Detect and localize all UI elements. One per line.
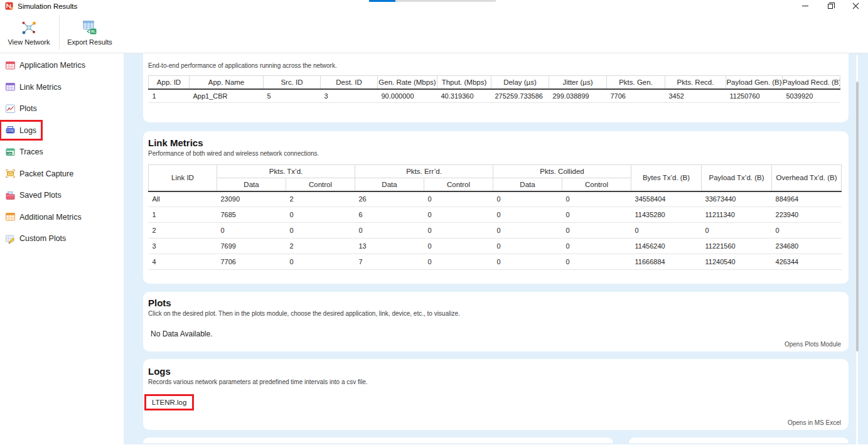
cell: 0 [562, 223, 631, 239]
cell-payload-gen: 11250760 [726, 89, 783, 103]
cell: 0 [631, 223, 702, 239]
cell: 234680 [772, 239, 842, 254]
link-header-groups-row: Link ID Pkts. Tx’d. Pkts. Err’d. Pkts. C… [149, 165, 842, 178]
cell: 13 [355, 239, 424, 254]
progress-fill [369, 0, 395, 2]
minimize-icon [802, 6, 808, 6]
scrollbar-thumb[interactable] [856, 82, 859, 351]
ltenr-log-link[interactable]: LTENR.log [144, 394, 194, 410]
sub-coll-data: Data [493, 178, 562, 191]
group-pkts-collided: Pkts. Collided [493, 165, 631, 178]
cell: 0 [424, 254, 493, 270]
cell: 2 [149, 223, 217, 239]
cell: 426344 [772, 254, 842, 270]
sidebar-item-saved-plots[interactable]: Saved Plots [0, 185, 124, 206]
col-thput: Thput. (Mbps) [437, 76, 491, 89]
col-jitter: Jitter (µs) [549, 76, 607, 89]
close-button[interactable] [843, 0, 868, 12]
cell: 0 [424, 239, 493, 254]
cell: 3 [149, 239, 217, 254]
window-title: Simulation Results [18, 3, 77, 10]
link-table-row[interactable]: 17685060001143528011211340223940 [149, 207, 842, 223]
app-table-row[interactable]: 1 App1_CBR 5 3 90.000000 40.319360 27525… [149, 89, 840, 103]
app-table-header-row: App. ID App. Name Src. ID Dest. ID Gen. … [149, 76, 840, 89]
sidebar-item-label: Traces [19, 147, 43, 156]
cell: 0 [217, 223, 286, 239]
cell-delay: 275259.733586 [491, 89, 549, 103]
sidebar-item-label: Custom Plots [19, 234, 66, 243]
col-app-id: App. ID [149, 76, 190, 89]
sidebar-item-custom-plots[interactable]: Custom Plots [0, 228, 124, 250]
sidebar-item-label: Packet Capture [19, 169, 73, 178]
cell: 0 [286, 254, 355, 270]
sidebar-item-link-metrics[interactable]: Link Metrics [0, 77, 124, 99]
cell-app-name: App1_CBR [190, 89, 264, 103]
plots-subtitle: Click on the desired plot. Then in the p… [143, 310, 849, 317]
col-payload-gen: Payload Gen. (B) [726, 76, 783, 89]
link-metrics-subtitle: Performance of both wired and wireless n… [143, 150, 849, 157]
logs-title: Logs [143, 366, 849, 377]
results-content: End-to-end performance of applications r… [124, 53, 868, 444]
cell-src-id: 5 [264, 89, 321, 103]
sub-coll-control: Control [562, 178, 631, 191]
toolbar: View Network XL Export Results [0, 12, 868, 53]
plots-footer-note: Opens Plots Module [785, 341, 841, 348]
cell: 0 [562, 254, 631, 270]
view-network-label: View Network [8, 38, 50, 46]
sidebar-item-packet-capture[interactable]: Packet Capture [0, 163, 124, 185]
col-gen-rate: Gen. Rate (Mbps) [378, 76, 437, 89]
sidebar-item-additional-metrics[interactable]: Additional Metrics [0, 206, 124, 228]
cell: 6 [355, 207, 424, 223]
table-purple-icon [5, 82, 16, 92]
sidebar-item-label: Application Metrics [19, 61, 85, 70]
link-table-row[interactable]: 2000000000 [149, 223, 842, 239]
view-network-button[interactable]: View Network [0, 13, 58, 51]
link-table-row[interactable]: 47706070001166688411240540426344 [149, 254, 842, 270]
sidebar-item-label: Logs [19, 126, 36, 135]
cell: 1 [149, 207, 217, 223]
col-link-id: Link ID [149, 165, 217, 191]
cell: 7699 [217, 239, 286, 254]
cell-pkts-recd: 3452 [665, 89, 726, 103]
folder-plots-icon [5, 190, 16, 201]
cell-gen-rate: 90.000000 [378, 89, 437, 103]
line-chart-icon [5, 104, 16, 114]
link-metrics-card: Link Metrics Performance of both wired a… [143, 131, 849, 284]
cell: 0 [702, 223, 772, 239]
sidebar-item-traces[interactable]: CSV Traces [0, 141, 124, 163]
logs-printer-icon: LOGS [5, 125, 16, 136]
sidebar-item-logs[interactable]: LOGS Logs [0, 120, 124, 142]
cell: 11456240 [631, 239, 702, 254]
sidebar-item-label: Link Metrics [19, 83, 62, 92]
cell: 0 [424, 191, 493, 207]
sub-errd-control: Control [424, 178, 493, 191]
cell: 7706 [217, 254, 286, 270]
sidebar-item-plots[interactable]: Plots [0, 98, 124, 120]
col-payload-txd: Payload Tx’d. (B) [702, 165, 772, 191]
csv-table-icon: CSV [5, 147, 16, 158]
cell: 33673440 [702, 191, 772, 207]
sub-txd-control: Control [286, 178, 355, 191]
col-dest-id: Dest. ID [321, 76, 378, 89]
cell: 0 [286, 207, 355, 223]
export-results-label: Export Results [67, 38, 112, 46]
sidebar-item-application-metrics[interactable]: Application Metrics [0, 55, 124, 77]
export-results-button[interactable]: XL Export Results [61, 13, 119, 51]
restore-button[interactable] [818, 0, 843, 12]
toolbar-separator [59, 15, 60, 50]
link-table-row[interactable]: All230902260003455840433673440884964 [149, 191, 842, 207]
cell: 2 [286, 239, 355, 254]
cell: 223940 [772, 207, 842, 223]
loading-progress-bar [369, 0, 496, 2]
minimize-button[interactable] [793, 0, 818, 12]
cell: 0 [355, 223, 424, 239]
cell: 0 [493, 223, 562, 239]
cell: 11666884 [631, 254, 702, 270]
cell: 0 [493, 191, 562, 207]
titlebar: Simulation Results [0, 0, 868, 12]
link-table-row[interactable]: 376992130001145624011221560234680 [149, 239, 842, 254]
sidebar: Application Metrics Link Metrics [0, 53, 124, 444]
network-topology-icon [21, 19, 37, 36]
col-payload-recd: Payload Recd. (B) [783, 76, 840, 89]
window-controls [793, 0, 868, 12]
